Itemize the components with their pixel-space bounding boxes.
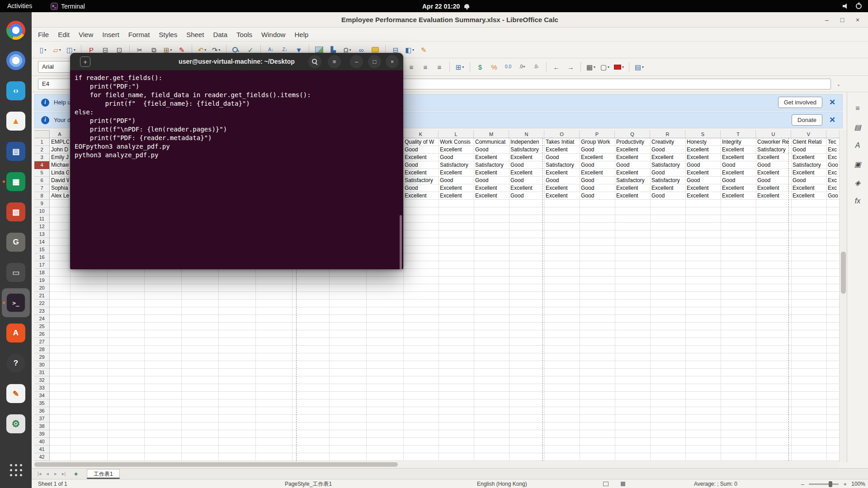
column-header-Q[interactable]: Q bbox=[615, 130, 650, 138]
focused-app-menu[interactable]: >_ Terminal bbox=[51, 0, 85, 12]
cell-S6[interactable]: Good bbox=[687, 177, 719, 184]
terminal-titlebar[interactable]: + user@user-virtual-machine: ~/Desktop ≡… bbox=[70, 53, 403, 70]
styles-deck-icon[interactable]: A bbox=[851, 139, 864, 152]
cell-T3[interactable]: Excellent bbox=[722, 154, 755, 161]
dock-item-terminal[interactable] bbox=[2, 288, 30, 317]
cell-W7[interactable]: Exc bbox=[828, 184, 839, 192]
menu-edit[interactable]: Edit bbox=[53, 28, 74, 42]
cell-O6[interactable]: Good bbox=[546, 177, 578, 184]
column-header-W[interactable]: W bbox=[826, 130, 839, 138]
cell-U6[interactable]: Good bbox=[757, 177, 790, 184]
cell-S3[interactable]: Excellent bbox=[687, 154, 719, 161]
horizontal-scrollbar[interactable] bbox=[34, 461, 839, 468]
menu-sheet[interactable]: Sheet bbox=[182, 28, 208, 42]
zoom-slider-thumb[interactable] bbox=[829, 481, 832, 487]
cell-W3[interactable]: Exc bbox=[828, 154, 839, 161]
row-header-31[interactable]: 31 bbox=[34, 369, 49, 376]
cell-N7[interactable]: Excellent bbox=[510, 184, 543, 192]
zoom-slider[interactable] bbox=[809, 483, 839, 485]
cell-L7[interactable]: Excellent bbox=[440, 184, 472, 192]
dock-item-settings[interactable] bbox=[2, 409, 30, 438]
row-header-6[interactable]: 6 bbox=[34, 177, 49, 184]
cell-A7[interactable]: Sophia bbox=[51, 184, 69, 192]
cell-K2[interactable]: Good bbox=[405, 146, 437, 154]
cell-Q8[interactable]: Excellent bbox=[616, 192, 649, 200]
open-button[interactable]: ▱▾ bbox=[51, 44, 63, 56]
zoom-out-button[interactable]: – bbox=[800, 481, 805, 488]
next-sheet-button[interactable]: ▸ bbox=[52, 471, 60, 477]
get-involved-button[interactable]: Get involved bbox=[778, 97, 822, 108]
row-header-37[interactable]: 37 bbox=[34, 415, 49, 422]
close-button[interactable]: × bbox=[853, 15, 863, 25]
cell-L6[interactable]: Good bbox=[440, 177, 472, 184]
row-header-27[interactable]: 27 bbox=[34, 338, 49, 346]
row-header-28[interactable]: 28 bbox=[34, 346, 49, 353]
cell-O4[interactable]: Satisfactory bbox=[546, 161, 578, 169]
column-header-O[interactable]: O bbox=[544, 130, 580, 138]
expand-formula-bar-icon[interactable]: ⌄ bbox=[835, 79, 843, 89]
cell-S1[interactable]: Honesty bbox=[687, 138, 719, 146]
previous-sheet-button[interactable]: ◂ bbox=[43, 471, 52, 477]
cell-O5[interactable]: Excellent bbox=[546, 169, 578, 177]
close-infobar-icon[interactable]: ✕ bbox=[828, 116, 837, 125]
cell-O2[interactable]: Excellent bbox=[546, 146, 578, 154]
row-header-11[interactable]: 11 bbox=[34, 215, 49, 223]
cell-M6[interactable]: Good bbox=[475, 177, 508, 184]
column-header-N[interactable]: N bbox=[509, 130, 544, 138]
cell-P2[interactable]: Good bbox=[581, 146, 613, 154]
row-header-41[interactable]: 41 bbox=[34, 446, 49, 453]
donate-button[interactable]: Donate bbox=[792, 114, 822, 126]
cell-A2[interactable]: John D bbox=[51, 146, 69, 154]
cell-N1[interactable]: Independen bbox=[510, 138, 543, 146]
cell-P7[interactable]: Good bbox=[581, 184, 613, 192]
cell-M3[interactable]: Excellent bbox=[475, 154, 508, 161]
horizontal-scrollbar-thumb[interactable] bbox=[34, 462, 398, 467]
align-left-button[interactable]: ≡ bbox=[406, 61, 417, 73]
row-header-1[interactable]: 1 bbox=[34, 138, 49, 146]
cell-L3[interactable]: Good bbox=[440, 154, 472, 161]
cell-T6[interactable]: Good bbox=[722, 177, 755, 184]
cell-T7[interactable]: Excellent bbox=[722, 184, 755, 192]
cell-M1[interactable]: Communicat bbox=[475, 138, 508, 146]
cell-K3[interactable]: Excellent bbox=[405, 154, 437, 161]
last-sheet-button[interactable]: ▸| bbox=[60, 471, 68, 477]
cell-V2[interactable]: Good bbox=[793, 146, 825, 154]
cell-N5[interactable]: Excellent bbox=[510, 169, 543, 177]
menu-data[interactable]: Data bbox=[208, 28, 232, 42]
cell-L1[interactable]: Work Consis bbox=[440, 138, 472, 146]
column-header-K[interactable]: K bbox=[403, 130, 439, 138]
new-button[interactable]: ▯▾ bbox=[37, 44, 49, 56]
cell-R5[interactable]: Good bbox=[651, 169, 684, 177]
cell-Q2[interactable]: Excellent bbox=[616, 146, 649, 154]
align-center-button[interactable]: ≡ bbox=[420, 61, 431, 73]
page-style-label[interactable]: PageStyle_工作表1 bbox=[285, 479, 332, 488]
properties-deck-icon[interactable]: ▤ bbox=[851, 120, 864, 134]
borders-button[interactable]: ▦▾ bbox=[585, 61, 597, 73]
row-header-40[interactable]: 40 bbox=[34, 438, 49, 446]
cell-V8[interactable]: Excellent bbox=[793, 192, 825, 200]
column-header-M[interactable]: M bbox=[474, 130, 509, 138]
dock-item-show-applications[interactable] bbox=[2, 455, 30, 484]
dock-item-help[interactable] bbox=[2, 349, 30, 378]
row-header-15[interactable]: 15 bbox=[34, 246, 49, 253]
row-header-17[interactable]: 17 bbox=[34, 261, 49, 269]
activities-button[interactable]: Activities bbox=[7, 0, 32, 12]
row-header-22[interactable]: 22 bbox=[34, 300, 49, 307]
row-header-29[interactable]: 29 bbox=[34, 353, 49, 361]
cell-A5[interactable]: Linda G bbox=[51, 169, 69, 177]
gallery-deck-icon[interactable]: ▣ bbox=[851, 157, 864, 171]
add-decimal-button[interactable]: .0+ bbox=[516, 61, 528, 73]
cell-T1[interactable]: Integrity bbox=[722, 138, 755, 146]
system-status-menu[interactable] bbox=[843, 0, 862, 12]
terminal-maximize-button[interactable]: □ bbox=[368, 55, 381, 68]
cell-L8[interactable]: Excellent bbox=[440, 192, 472, 200]
cell-Q4[interactable]: Good bbox=[616, 161, 649, 169]
row-header-2[interactable]: 2 bbox=[34, 146, 49, 154]
show-draw-functions-button[interactable]: ✎ bbox=[418, 44, 429, 56]
dock-item-libreoffice-impress[interactable] bbox=[2, 197, 30, 226]
cell-P1[interactable]: Group Work bbox=[581, 138, 613, 146]
cell-T5[interactable]: Excellent bbox=[722, 169, 755, 177]
menu-file[interactable]: File bbox=[33, 28, 53, 42]
select-all-corner[interactable] bbox=[34, 130, 50, 138]
cell-S4[interactable]: Good bbox=[687, 161, 719, 169]
